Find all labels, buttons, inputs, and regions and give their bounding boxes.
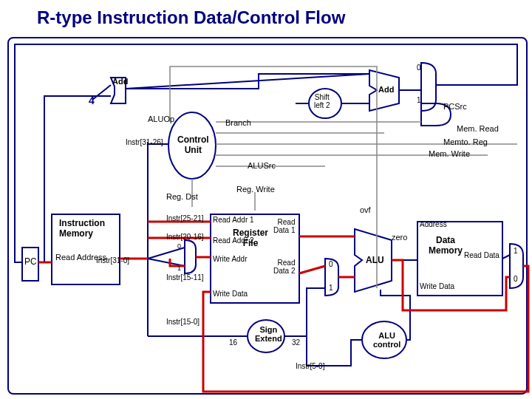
sign-extend-label: Sign Extend xyxy=(255,325,282,343)
add1-label: Add xyxy=(112,77,128,86)
instr5-0-label: Instr[5-0] xyxy=(296,362,324,370)
pcsrc-label: PCSrc xyxy=(443,102,467,111)
thirtytwo-label: 32 xyxy=(292,338,300,347)
mux-alusrc-0: 0 xyxy=(329,260,333,268)
instr25-21-label: Instr[25-21] xyxy=(166,214,204,222)
zero-label: zero xyxy=(392,233,407,242)
address-dm-label: Address xyxy=(420,220,447,228)
memtoreg-label: Memto. Reg xyxy=(443,137,488,146)
write-data-dm-label: Write Data xyxy=(420,282,454,290)
mux-memtoreg-1: 1 xyxy=(514,247,518,255)
mux-regdst-0: 0 xyxy=(177,242,181,250)
memread-label: Mem. Read xyxy=(457,124,499,133)
aluop-label: ALUOp xyxy=(148,115,174,123)
write-data-rf-label: Write Data xyxy=(213,290,248,298)
four-label: 4 xyxy=(89,95,95,106)
read-addr2-label: Read Addr 2 xyxy=(213,236,254,245)
alusrc-label: ALUSrc xyxy=(248,161,276,170)
alu-label: ALU xyxy=(366,255,384,265)
instr31-26-label: Instr[31-26] xyxy=(126,138,163,146)
write-addr-label: Write Addr xyxy=(213,255,248,263)
mux-pcsrc-1: 1 xyxy=(417,96,421,104)
regdst-label: Reg. Dst xyxy=(166,192,198,201)
read-data-dm-label: Read Data xyxy=(464,251,499,259)
sixteen-label: 16 xyxy=(229,338,237,347)
pc-label: PC xyxy=(24,256,37,267)
alu-control-label: ALU control xyxy=(373,331,400,349)
read-data2-label: Read Data 2 xyxy=(273,259,295,275)
ovf-label: ovf xyxy=(360,205,371,214)
instr-mem-label: Instruction Memory xyxy=(59,218,105,239)
instr15-11-label: Instr[15-11] xyxy=(166,273,204,282)
mux-alusrc-1: 1 xyxy=(329,284,333,292)
mux-memtoreg-0: 0 xyxy=(514,275,518,283)
data-mem-label: Data Memory xyxy=(429,235,463,256)
read-data1-label: Read Data 1 xyxy=(273,218,295,234)
memwrite-label: Mem. Write xyxy=(429,149,470,158)
page-title: R-type Instruction Data/Control Flow xyxy=(37,7,345,28)
instr20-16-label: Instr[20-16] xyxy=(166,233,204,241)
mux-pcsrc-0: 0 xyxy=(417,64,421,72)
shift-left-label: Shift left 2 xyxy=(314,93,330,109)
read-addr1-label: Read Addr 1 xyxy=(213,216,254,224)
control-unit-label: Control Unit xyxy=(177,134,209,155)
add2-label: Add xyxy=(378,85,394,94)
mux-regdst-1: 1 xyxy=(177,265,181,272)
regwrite-label: Reg. Write xyxy=(236,185,275,194)
instr15-0-label: Instr[15-0] xyxy=(166,318,200,326)
branch-label: Branch xyxy=(225,118,251,127)
instr-out-label: Instr[31-0] xyxy=(96,256,129,265)
